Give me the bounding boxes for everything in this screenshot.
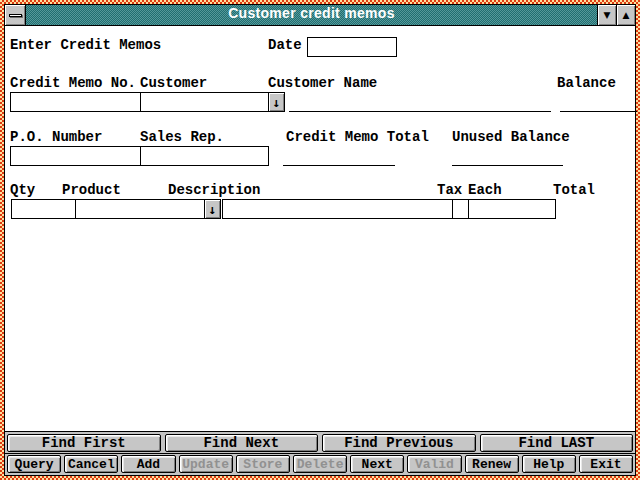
credit-memo-no-input[interactable] bbox=[10, 92, 141, 112]
balance-display bbox=[560, 92, 637, 112]
system-menu-icon bbox=[9, 14, 22, 17]
qty-label: Qty bbox=[10, 183, 35, 198]
date-input[interactable] bbox=[307, 37, 397, 57]
each-label: Each bbox=[468, 183, 502, 198]
window: Customer credit memos ▼ ▲ Enter Credit M… bbox=[0, 0, 640, 480]
next-button[interactable]: Next bbox=[350, 455, 404, 473]
product-dropdown-button[interactable]: ↓ bbox=[204, 199, 221, 219]
find-last-button[interactable]: Find LAST bbox=[480, 434, 634, 452]
find-button-row: Find First Find Next Find Previous Find … bbox=[5, 432, 635, 453]
credit-memo-total-display bbox=[283, 146, 395, 166]
find-next-button[interactable]: Find Next bbox=[165, 434, 319, 452]
po-number-label: P.O. Number bbox=[10, 130, 102, 145]
valid-button[interactable]: Valid bbox=[407, 455, 461, 473]
credit-memo-total-label: Credit Memo Total bbox=[286, 130, 429, 145]
sales-rep-input[interactable] bbox=[140, 146, 269, 166]
cancel-button[interactable]: Cancel bbox=[64, 455, 118, 473]
maximize-button[interactable]: ▲ bbox=[616, 5, 635, 25]
credit-memo-no-label: Credit Memo No. bbox=[10, 76, 136, 91]
tax-label: Tax bbox=[437, 183, 462, 198]
store-button[interactable]: Store bbox=[236, 455, 290, 473]
exit-button[interactable]: Exit bbox=[579, 455, 633, 473]
unused-balance-display bbox=[452, 146, 563, 166]
dropdown-arrow-icon: ↓ bbox=[209, 202, 217, 217]
help-button[interactable]: Help bbox=[522, 455, 576, 473]
description-label: Description bbox=[168, 183, 260, 198]
query-button[interactable]: Query bbox=[7, 455, 61, 473]
qty-input[interactable] bbox=[11, 199, 76, 219]
window-title: Customer credit memos bbox=[26, 5, 597, 25]
date-label: Date bbox=[268, 38, 302, 53]
customer-label: Customer bbox=[140, 76, 207, 91]
unused-balance-label: Unused Balance bbox=[452, 130, 570, 145]
customer-name-display bbox=[289, 92, 551, 112]
description-input[interactable] bbox=[222, 199, 453, 219]
minimize-button[interactable]: ▼ bbox=[597, 5, 616, 25]
product-input[interactable] bbox=[75, 199, 205, 219]
add-button[interactable]: Add bbox=[121, 455, 175, 473]
system-menu-button[interactable] bbox=[5, 5, 26, 25]
sales-rep-label: Sales Rep. bbox=[140, 130, 224, 145]
window-inner: Customer credit memos ▼ ▲ Enter Credit M… bbox=[4, 4, 636, 476]
po-number-input[interactable] bbox=[10, 146, 141, 166]
maximize-icon: ▲ bbox=[623, 10, 630, 20]
form-area: Enter Credit Memos Date Credit Memo No. … bbox=[5, 26, 635, 431]
balance-label: Balance bbox=[557, 76, 616, 91]
product-label: Product bbox=[62, 183, 121, 198]
find-previous-button[interactable]: Find Previous bbox=[322, 434, 476, 452]
customer-input[interactable] bbox=[140, 92, 269, 112]
tax-input[interactable] bbox=[452, 199, 469, 219]
find-first-button[interactable]: Find First bbox=[7, 434, 161, 452]
customer-dropdown-button[interactable]: ↓ bbox=[268, 92, 285, 112]
title-bar: Customer credit memos ▼ ▲ bbox=[5, 5, 635, 26]
dropdown-arrow-icon: ↓ bbox=[273, 95, 281, 110]
delete-button[interactable]: Delete bbox=[293, 455, 347, 473]
each-input[interactable] bbox=[468, 199, 556, 219]
total-label: Total bbox=[553, 183, 595, 198]
update-button[interactable]: Update bbox=[179, 455, 233, 473]
button-panel: Find First Find Next Find Previous Find … bbox=[5, 431, 635, 475]
minimize-icon: ▼ bbox=[604, 10, 611, 20]
customer-name-label: Customer Name bbox=[268, 76, 377, 91]
renew-button[interactable]: Renew bbox=[465, 455, 519, 473]
action-button-row: Query Cancel Add Update Store Delete Nex… bbox=[5, 453, 635, 475]
form-heading: Enter Credit Memos bbox=[10, 38, 161, 53]
